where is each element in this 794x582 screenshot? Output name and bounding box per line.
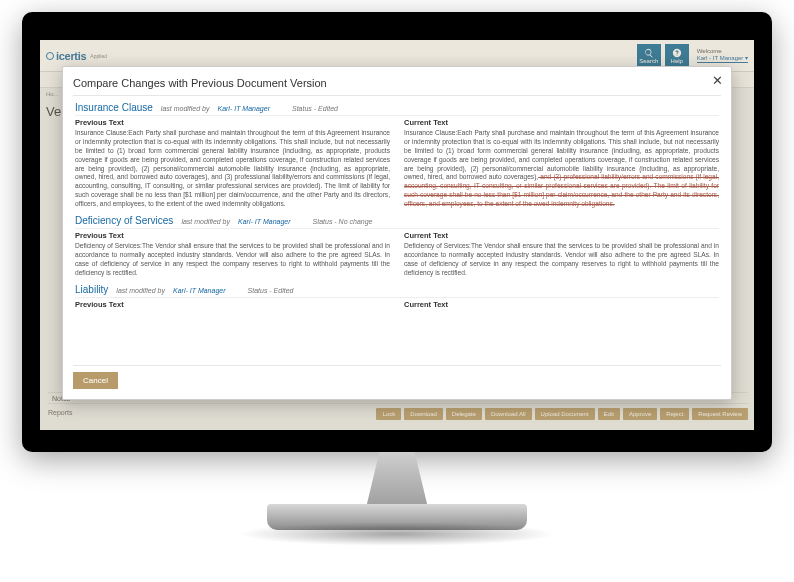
- status-label: Status - Edited: [248, 287, 294, 294]
- status-label: Status - No change: [313, 218, 373, 225]
- last-modified-label: last modified by: [161, 105, 210, 112]
- previous-text-header: Previous Text: [75, 300, 390, 309]
- previous-text-column: Previous TextDeficiency of Services:The …: [75, 231, 390, 278]
- previous-text-body: Deficiency of Services:The Vendor shall …: [75, 242, 390, 278]
- current-text-column: Current Text: [404, 300, 719, 311]
- monitor-frame: icertis Applied Search Help Welcome Karl…: [22, 12, 772, 452]
- status-label: Status - Edited: [292, 105, 338, 112]
- modal-title: Compare Changes with Previous Document V…: [73, 75, 721, 95]
- section-columns: Previous TextInsurance Clause:Each Party…: [75, 115, 719, 209]
- previous-text-body: Insurance Clause:Each Party shall purcha…: [75, 129, 390, 209]
- section-columns: Previous TextCurrent Text: [75, 297, 719, 311]
- section-name[interactable]: Insurance Clause: [75, 102, 153, 113]
- current-text-column: Current TextDeficiency of Services:The V…: [404, 231, 719, 278]
- current-text-body: Deficiency of Services:The Vendor shall …: [404, 242, 719, 278]
- section-name[interactable]: Liability: [75, 284, 108, 295]
- modified-by: Karl- IT Manager: [238, 218, 291, 225]
- section-header: Liabilitylast modified byKarl- IT Manage…: [75, 284, 719, 295]
- previous-text-column: Previous TextInsurance Clause:Each Party…: [75, 118, 390, 209]
- close-button[interactable]: ✕: [712, 73, 723, 88]
- section-name[interactable]: Deficiency of Services: [75, 215, 173, 226]
- previous-text-column: Previous Text: [75, 300, 390, 311]
- current-text-header: Current Text: [404, 118, 719, 127]
- current-text-header: Current Text: [404, 300, 719, 309]
- monitor-stand-neck: [357, 452, 437, 512]
- modal-overlay: ✕ Compare Changes with Previous Document…: [40, 40, 754, 430]
- previous-text-header: Previous Text: [75, 118, 390, 127]
- current-text-column: Current TextInsurance Clause:Each Party …: [404, 118, 719, 209]
- deleted-text: and (3) professional liability/errors an…: [404, 173, 719, 207]
- last-modified-label: last modified by: [116, 287, 165, 294]
- current-text-body: Insurance Clause:Each Party shall purcha…: [404, 129, 719, 209]
- monitor-shadow: [237, 522, 557, 546]
- modified-by: Karl- IT Manager: [217, 105, 270, 112]
- modified-by: Karl- IT Manager: [173, 287, 226, 294]
- last-modified-label: last modified by: [181, 218, 230, 225]
- section-columns: Previous TextDeficiency of Services:The …: [75, 228, 719, 278]
- cancel-button[interactable]: Cancel: [73, 372, 118, 389]
- current-text-header: Current Text: [404, 231, 719, 240]
- modal-body[interactable]: Insurance Clauselast modified byKarl- IT…: [73, 95, 721, 366]
- compare-modal: ✕ Compare Changes with Previous Document…: [62, 66, 732, 400]
- section-header: Deficiency of Serviceslast modified byKa…: [75, 215, 719, 226]
- previous-text-header: Previous Text: [75, 231, 390, 240]
- screen: icertis Applied Search Help Welcome Karl…: [40, 40, 754, 430]
- section-header: Insurance Clauselast modified byKarl- IT…: [75, 102, 719, 113]
